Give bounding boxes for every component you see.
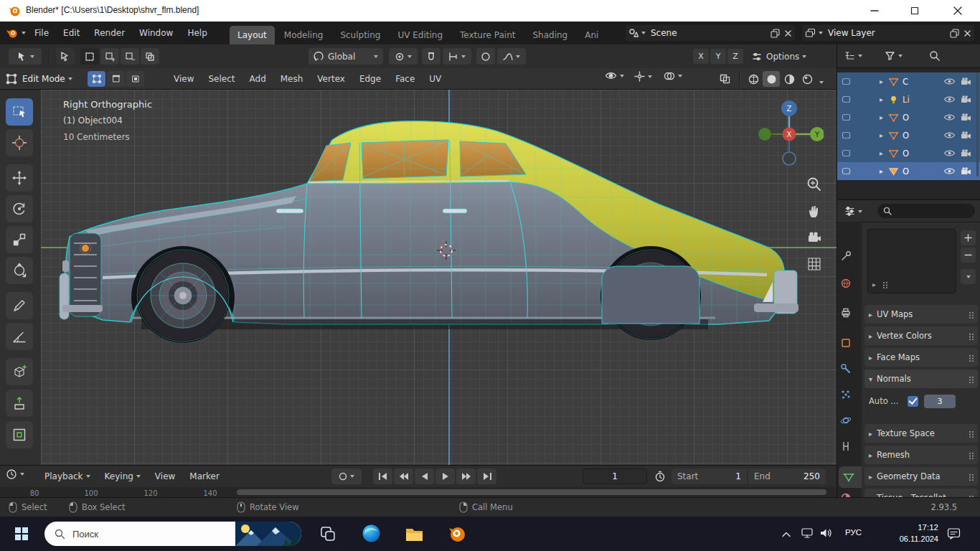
clock[interactable]: 17:12 06.11.2024 xyxy=(881,522,938,545)
tool-add-cube[interactable] xyxy=(6,358,33,385)
grip-icon[interactable] xyxy=(968,451,974,459)
grip-icon[interactable] xyxy=(968,311,974,319)
tool-move[interactable] xyxy=(6,164,33,192)
remove-view-layer-icon[interactable] xyxy=(963,29,971,37)
menu-add[interactable]: Add xyxy=(242,68,273,90)
menu-uv[interactable]: UV xyxy=(422,68,448,90)
snap-toggle-button[interactable] xyxy=(422,48,440,65)
menu-vertex[interactable]: Vertex xyxy=(310,68,352,90)
list-add-button[interactable] xyxy=(961,230,976,245)
outliner-row[interactable]: ▸ C xyxy=(837,72,980,90)
list-item[interactable]: ▸ xyxy=(872,281,887,288)
disable-render-camera-icon[interactable] xyxy=(961,77,971,85)
tab-material[interactable] xyxy=(840,492,852,497)
menu-mesh[interactable]: Mesh xyxy=(273,68,311,90)
timeline-scrollbar[interactable] xyxy=(237,489,826,495)
select-invert-button[interactable] xyxy=(141,48,159,65)
tab-animation[interactable]: Ani xyxy=(577,26,606,44)
pivot-point-dropdown[interactable] xyxy=(389,48,418,65)
hide-eye-icon[interactable] xyxy=(943,167,956,175)
notification-center-button[interactable] xyxy=(947,527,961,542)
menu-playback[interactable]: Playback xyxy=(37,466,98,487)
hide-eye-icon[interactable] xyxy=(943,149,956,157)
mirror-y-button[interactable]: Y xyxy=(710,49,726,64)
expand-arrow-icon[interactable]: ▸ xyxy=(880,113,883,121)
tool-inset[interactable] xyxy=(6,421,33,448)
properties-search-input[interactable] xyxy=(877,204,975,218)
grip-icon[interactable] xyxy=(968,375,974,383)
tool-scale[interactable] xyxy=(6,226,33,253)
transform-orientation-dropdown[interactable]: Global xyxy=(308,48,383,65)
frame-start-field[interactable]: Start 1 xyxy=(672,468,747,484)
panel-face-maps[interactable]: ▸ Face Maps xyxy=(864,348,978,367)
tab-object-data-active[interactable] xyxy=(839,466,862,488)
overlays-dropdown[interactable] xyxy=(664,71,682,81)
disable-render-camera-icon[interactable] xyxy=(961,95,971,103)
tray-network-button[interactable] xyxy=(801,527,814,541)
tool-extrude[interactable] xyxy=(6,390,33,417)
outliner-row[interactable]: ▸ Li xyxy=(837,90,980,108)
auto-smooth-value-field[interactable]: 3 xyxy=(924,395,956,408)
file-explorer-button[interactable] xyxy=(405,524,424,545)
viewport-3d[interactable]: Right Orthographic (1) Object004 10 Cent… xyxy=(0,90,837,465)
expand-arrow-icon[interactable]: ▸ xyxy=(880,131,883,139)
start-button[interactable] xyxy=(9,522,34,545)
snap-settings-dropdown[interactable] xyxy=(443,48,471,65)
properties-editor[interactable]: ▸ ▸ UV Maps ▸ Vertex Colors ▸ Face Maps … xyxy=(837,199,980,497)
jump-to-start-button[interactable] xyxy=(373,468,392,484)
mirror-x-button[interactable]: X xyxy=(693,49,709,64)
hide-eye-icon[interactable] xyxy=(943,131,956,139)
vertex-select-button[interactable] xyxy=(88,71,105,87)
tab-particles[interactable] xyxy=(840,389,852,402)
menu-help[interactable]: Help xyxy=(180,22,214,44)
disable-render-camera-icon[interactable] xyxy=(961,167,971,175)
menu-edge[interactable]: Edge xyxy=(352,68,388,90)
tab-shading[interactable]: Shading xyxy=(524,26,575,44)
select-subtract-button[interactable] xyxy=(121,48,139,65)
blender-taskbar-button[interactable] xyxy=(448,524,467,545)
material-shading-button[interactable] xyxy=(781,71,798,87)
menu-view[interactable]: View xyxy=(148,466,182,487)
options-dropdown[interactable]: Options xyxy=(752,48,806,65)
expand-arrow-icon[interactable]: ▸ xyxy=(880,77,883,85)
tab-tool[interactable] xyxy=(840,250,852,264)
outliner-filter-dropdown[interactable] xyxy=(885,50,903,61)
mirror-z-button[interactable]: Z xyxy=(727,49,743,64)
gizmo-y-neg-axis[interactable] xyxy=(758,128,771,141)
tab-object[interactable] xyxy=(840,337,852,351)
jump-to-end-button[interactable] xyxy=(477,468,496,484)
tool-transform[interactable] xyxy=(6,257,33,284)
gizmo-z-neg-axis[interactable] xyxy=(783,152,796,165)
solid-shading-button[interactable] xyxy=(763,71,780,87)
tab-layout[interactable]: Layout xyxy=(230,26,275,44)
outliner-display-mode[interactable] xyxy=(844,50,862,61)
play-reverse-button[interactable] xyxy=(415,468,434,484)
grip-icon[interactable] xyxy=(968,430,974,438)
xray-toggle-button[interactable] xyxy=(716,71,734,87)
new-view-layer-icon[interactable] xyxy=(950,29,959,38)
tab-sculpting[interactable]: Sculpting xyxy=(332,26,388,44)
camera-view-button[interactable] xyxy=(806,229,823,248)
outliner[interactable]: ▸ C ▸ Li ▸ O ▸ O xyxy=(837,68,980,199)
outliner-row[interactable]: ▸ O xyxy=(837,144,980,162)
outliner-row[interactable]: ▸ O xyxy=(837,108,980,126)
view-layer-selector[interactable]: View Layer xyxy=(802,25,974,41)
menu-keying[interactable]: Keying xyxy=(98,466,148,487)
menu-marker[interactable]: Marker xyxy=(182,466,226,487)
scene-selector[interactable]: Scene xyxy=(626,25,795,41)
zoom-button[interactable] xyxy=(806,176,823,195)
edge-select-button[interactable] xyxy=(107,71,125,87)
hide-eye-icon[interactable] xyxy=(943,95,956,103)
tab-uv-editing[interactable]: UV Editing xyxy=(390,26,451,44)
tab-output[interactable] xyxy=(840,307,852,321)
tool-rotate[interactable] xyxy=(6,195,33,222)
menu-render[interactable]: Render xyxy=(87,22,132,44)
language-indicator[interactable]: РУС xyxy=(845,528,862,537)
timeline-ruler[interactable]: 80 100 120 140 xyxy=(0,487,837,498)
blender-menu-button[interactable] xyxy=(6,22,26,44)
panel-normals[interactable]: ▾ Normals xyxy=(864,369,978,388)
panel-texture-space[interactable]: ▸ Texture Space xyxy=(864,424,978,443)
tab-texture-paint[interactable]: Texture Paint xyxy=(452,26,523,44)
edge-browser-button[interactable] xyxy=(362,524,381,545)
menu-view[interactable]: View xyxy=(166,68,201,90)
